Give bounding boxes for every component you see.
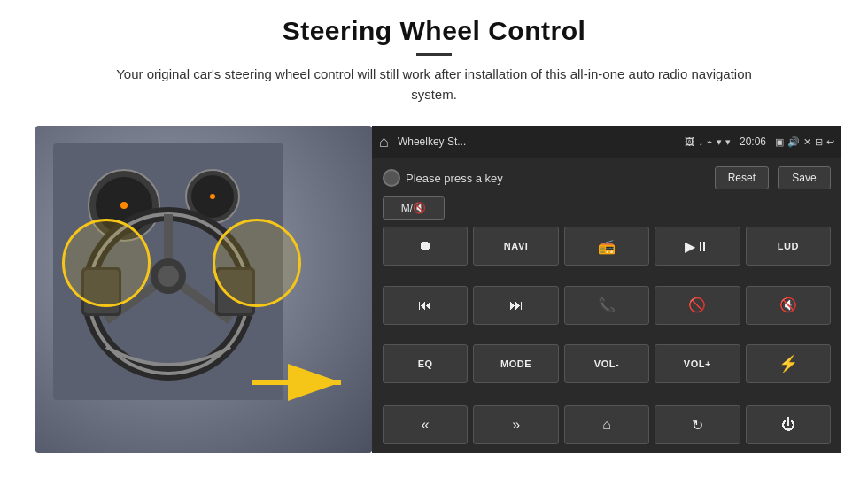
status-bar: ⌂ Wheelkey St... 🖼 ↓ ⌁ ▾ ▾ 20:06 ▣ 🔊 ✕ ⊟… — [372, 126, 841, 158]
top-controls: Please press a key Reset Save — [383, 166, 831, 189]
app-area: Please press a key Reset Save M/🔇 ⏺ — [372, 158, 841, 453]
phone-button[interactable]: 📞 — [564, 286, 649, 325]
no-function-icon: 🚫 — [688, 297, 706, 313]
next-icon: ⏭ — [509, 297, 523, 313]
no-function-button[interactable]: 🚫 — [655, 286, 740, 325]
reset-button[interactable]: Reset — [715, 166, 769, 189]
fast-forward-button[interactable]: » — [473, 405, 558, 444]
power-button[interactable]: ⏻ — [746, 405, 831, 444]
vol-minus-button[interactable]: VOL- — [564, 344, 649, 383]
window-status-icon[interactable]: ⊟ — [815, 136, 823, 148]
refresh-button[interactable]: ↻ — [655, 405, 740, 444]
volume-mute-icon: 🔇 — [779, 297, 797, 313]
key-indicator: Please press a key — [383, 169, 706, 187]
mute-row: M/🔇 — [383, 196, 831, 220]
home-nav-button[interactable]: ⌂ — [564, 405, 649, 444]
button-grid: ⏺ NAVI 📻 ▶⏸ LUD ⏮ — [383, 227, 831, 398]
back-status-icon[interactable]: ↩ — [826, 136, 834, 148]
status-icons-group: 🖼 ↓ ⌁ ▾ ▾ — [685, 136, 731, 148]
home-nav-icon: ⌂ — [602, 417, 611, 433]
status-time: 20:06 — [740, 135, 766, 148]
prev-icon: ⏮ — [418, 297, 432, 313]
eq-button[interactable]: EQ — [383, 344, 468, 383]
app-name-label: Wheelkey St... — [398, 135, 680, 148]
navi-button[interactable]: NAVI — [473, 227, 558, 266]
fast-forward-icon: » — [512, 417, 520, 433]
subtitle: Your original car's steering wheel contr… — [97, 65, 771, 104]
screen-cast-icon: ▣ — [775, 136, 784, 148]
source-icon: ⏺ — [418, 238, 432, 254]
refresh-icon: ↻ — [692, 417, 703, 434]
key-indicator-circle — [383, 169, 400, 187]
steering-wheel-image — [35, 126, 372, 453]
volume-status-icon: 🔊 — [787, 136, 800, 148]
nav-row: « » ⌂ ↻ ⏻ — [383, 405, 831, 444]
play-pause-icon: ▶⏸ — [685, 238, 709, 255]
close-status-icon[interactable]: ✕ — [803, 136, 811, 148]
download-status-icon: ↓ — [698, 136, 703, 147]
signal-status-icon: ▾ — [717, 136, 722, 148]
yellow-arrow-icon — [248, 356, 354, 409]
rewind-icon: « — [422, 417, 430, 433]
content-row: ⌂ Wheelkey St... 🖼 ↓ ⌁ ▾ ▾ 20:06 ▣ 🔊 ✕ ⊟… — [35, 126, 833, 453]
android-screen: ⌂ Wheelkey St... 🖼 ↓ ⌁ ▾ ▾ 20:06 ▣ 🔊 ✕ ⊟… — [372, 126, 841, 453]
navi-label: NAVI — [504, 241, 528, 251]
prev-button[interactable]: ⏮ — [383, 286, 468, 325]
bluetooth-icon: ⚡ — [779, 354, 798, 374]
page-container: Steering Wheel Control Your original car… — [0, 0, 868, 493]
title-divider — [416, 53, 452, 56]
key-indicator-text: Please press a key — [406, 172, 503, 185]
svg-point-3 — [120, 202, 128, 209]
lud-button[interactable]: LUD — [746, 227, 831, 266]
yellow-circle-right — [213, 219, 301, 307]
bluetooth-button[interactable]: ⚡ — [746, 344, 831, 383]
home-status-icon[interactable]: ⌂ — [379, 133, 389, 151]
wifi-status-icon: ▾ — [725, 136, 731, 148]
vol-plus-button[interactable]: VOL+ — [655, 344, 740, 383]
mute-button[interactable]: M/🔇 — [383, 196, 445, 220]
eq-label: EQ — [418, 358, 433, 369]
volume-mute-button[interactable]: 🔇 — [746, 286, 831, 325]
title-section: Steering Wheel Control Your original car… — [35, 16, 833, 104]
svg-point-6 — [210, 194, 215, 199]
vol-minus-label: VOL- — [594, 358, 619, 369]
status-right-icons: ▣ 🔊 ✕ ⊟ ↩ — [775, 136, 834, 148]
image-status-icon: 🖼 — [685, 136, 694, 147]
page-title: Steering Wheel Control — [35, 16, 833, 46]
rewind-button[interactable]: « — [383, 405, 468, 444]
phone-icon: 📞 — [598, 297, 616, 313]
source-button[interactable]: ⏺ — [383, 227, 468, 266]
next-button[interactable]: ⏭ — [473, 286, 558, 325]
save-button[interactable]: Save — [778, 166, 831, 189]
play-pause-button[interactable]: ▶⏸ — [655, 227, 740, 266]
yellow-circle-left — [62, 219, 151, 307]
lud-label: LUD — [778, 241, 799, 251]
usb-status-icon: ⌁ — [707, 136, 713, 148]
vol-plus-label: VOL+ — [684, 358, 711, 369]
power-icon: ⏻ — [781, 417, 795, 433]
radio-button[interactable]: 📻 — [564, 227, 649, 266]
mode-label: MODE — [500, 358, 531, 369]
radio-icon: 📻 — [598, 238, 616, 255]
svg-point-13 — [158, 266, 179, 287]
mode-button[interactable]: MODE — [473, 344, 558, 383]
